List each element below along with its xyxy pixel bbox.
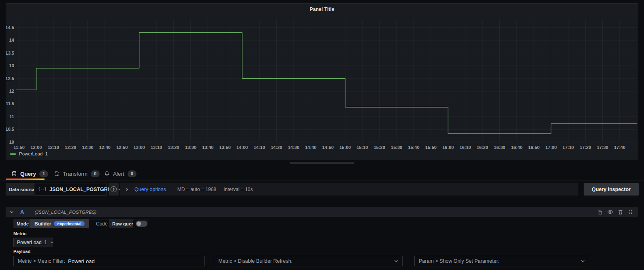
svg-text:17:30: 17:30 bbox=[597, 145, 608, 150]
editor-tabbar: Query 1 Transform 0 Alert 0 bbox=[0, 168, 644, 181]
metric-select[interactable]: PowerLoad_1 bbox=[13, 238, 53, 247]
tab-query-label: Query bbox=[20, 171, 36, 177]
svg-text:17:20: 17:20 bbox=[580, 145, 591, 150]
chevron-right-icon bbox=[125, 187, 129, 191]
query-refid[interactable]: A bbox=[20, 209, 24, 215]
svg-text:14: 14 bbox=[9, 38, 15, 43]
datasource-name: JSON_LOCAL_POSTGRES bbox=[49, 187, 114, 192]
svg-text:13: 13 bbox=[9, 63, 14, 68]
active-tab-underline bbox=[6, 179, 45, 180]
svg-text:12:10: 12:10 bbox=[48, 145, 59, 150]
metric-label: Metric bbox=[13, 231, 26, 236]
chevron-down-icon bbox=[581, 259, 585, 263]
svg-text:12.5: 12.5 bbox=[6, 76, 14, 81]
svg-text:15:10: 15:10 bbox=[356, 145, 368, 150]
tab-query-count: 1 bbox=[39, 170, 48, 177]
payload-field-label: Metric > Disable Builder Refresh: bbox=[218, 258, 292, 264]
legend-item[interactable]: PowerLoad_1 bbox=[10, 151, 48, 156]
svg-text:13:20: 13:20 bbox=[168, 145, 179, 150]
svg-text:15:40: 15:40 bbox=[408, 145, 419, 150]
svg-text:13:10: 13:10 bbox=[151, 145, 162, 150]
metric-selected-value: PowerLoad_1 bbox=[17, 240, 47, 245]
payload-field-metric-filter[interactable]: Metric > Metric Filter: PowerLoad bbox=[13, 256, 205, 266]
svg-text:13:30: 13:30 bbox=[185, 145, 196, 150]
database-icon bbox=[11, 171, 17, 176]
svg-text:12: 12 bbox=[9, 89, 14, 94]
svg-text:15:20: 15:20 bbox=[374, 145, 385, 150]
svg-text:13:00: 13:00 bbox=[134, 145, 145, 150]
mode-segmented-control: Builder Experimental Code bbox=[30, 219, 115, 228]
duplicate-query-icon[interactable] bbox=[597, 209, 603, 215]
datasource-help-button[interactable]: ? bbox=[109, 183, 119, 196]
query-options-section[interactable]: Query options MD = auto = 1968 Interval … bbox=[120, 183, 578, 196]
svg-text:16:10: 16:10 bbox=[460, 145, 471, 150]
query-datasource-hint: (JSON_LOCAL_POSTGRES) bbox=[34, 210, 96, 215]
toggle-track bbox=[136, 221, 147, 227]
legend-series-label: PowerLoad_1 bbox=[19, 151, 48, 156]
svg-text:15:30: 15:30 bbox=[391, 145, 402, 150]
query-options-interval: Interval = 10s bbox=[224, 187, 253, 192]
query-options-label[interactable]: Query options bbox=[134, 187, 166, 192]
transform-icon bbox=[54, 171, 60, 176]
svg-text:11:50: 11:50 bbox=[13, 145, 25, 150]
payload-field-label: Param > Show Only Set Parameter: bbox=[419, 258, 499, 264]
query-inspector-button[interactable]: Query inspector bbox=[584, 183, 639, 196]
svg-text:16:20: 16:20 bbox=[477, 145, 488, 150]
tab-alert[interactable]: Alert 0 bbox=[104, 168, 136, 180]
collapse-chevron-icon[interactable] bbox=[10, 210, 14, 214]
query-row-header: A (JSON_LOCAL_POSTGRES) bbox=[6, 207, 638, 217]
payload-field-disable-builder-refresh[interactable]: Metric > Disable Builder Refresh: bbox=[214, 256, 403, 266]
pane-resize-handle[interactable] bbox=[290, 162, 354, 164]
svg-text:12:30: 12:30 bbox=[82, 145, 93, 150]
svg-text:14:20: 14:20 bbox=[271, 145, 282, 150]
svg-text:16:40: 16:40 bbox=[511, 145, 522, 150]
bell-icon bbox=[104, 171, 110, 176]
query-options-maxdatapoints: MD = auto = 1968 bbox=[177, 187, 216, 192]
legend-series-swatch bbox=[10, 153, 16, 155]
svg-text:10.5: 10.5 bbox=[6, 127, 14, 132]
svg-text:14:00: 14:00 bbox=[237, 145, 248, 150]
mode-builder-button[interactable]: Builder Experimental bbox=[30, 219, 89, 228]
svg-text:12:00: 12:00 bbox=[30, 145, 42, 150]
svg-text:11: 11 bbox=[9, 114, 14, 119]
payload-field-label: Metric > Metric Filter: bbox=[18, 258, 65, 264]
svg-text:14:50: 14:50 bbox=[322, 145, 334, 150]
svg-text:17:10: 17:10 bbox=[563, 145, 574, 150]
chevron-down-icon bbox=[50, 241, 54, 244]
svg-text:17:40: 17:40 bbox=[614, 145, 625, 150]
tab-transform-label: Transform bbox=[63, 171, 87, 177]
svg-text:13:50: 13:50 bbox=[219, 145, 230, 150]
svg-text:12:50: 12:50 bbox=[116, 145, 128, 150]
svg-text:14:30: 14:30 bbox=[288, 145, 299, 150]
svg-text:16:50: 16:50 bbox=[528, 145, 540, 150]
chevron-down-icon bbox=[394, 259, 398, 263]
tab-query[interactable]: Query 1 bbox=[11, 168, 48, 180]
svg-text:14:10: 14:10 bbox=[254, 145, 265, 150]
svg-text:16:30: 16:30 bbox=[494, 145, 505, 150]
tab-transform[interactable]: Transform 0 bbox=[54, 168, 100, 180]
toggle-knob bbox=[136, 221, 141, 226]
svg-text:13:40: 13:40 bbox=[202, 145, 213, 150]
timeseries-panel: Panel Title 1010.51111.51212.51313.51414… bbox=[6, 3, 638, 160]
svg-text:14.5: 14.5 bbox=[6, 25, 14, 30]
svg-text:12:20: 12:20 bbox=[65, 145, 76, 150]
chart-canvas[interactable]: 1010.51111.51212.51313.51414.511:5012:00… bbox=[6, 4, 638, 160]
tab-transform-count: 0 bbox=[91, 170, 100, 177]
tab-alert-count: 0 bbox=[128, 170, 136, 177]
svg-text:12:40: 12:40 bbox=[99, 145, 111, 150]
delete-query-icon[interactable] bbox=[618, 209, 623, 215]
json-datasource-icon: {..} bbox=[38, 187, 46, 191]
drag-handle-icon[interactable] bbox=[628, 209, 633, 215]
payload-label: Payload bbox=[13, 249, 30, 254]
svg-text:15:50: 15:50 bbox=[425, 145, 437, 150]
svg-text:11.5: 11.5 bbox=[6, 101, 14, 106]
datasource-picker[interactable]: {..} JSON_LOCAL_POSTGRES bbox=[34, 183, 107, 196]
svg-text:15:00: 15:00 bbox=[339, 145, 351, 150]
payload-field-show-only-set-parameter[interactable]: Param > Show Only Set Parameter: bbox=[414, 256, 589, 266]
toggle-visibility-icon[interactable] bbox=[607, 209, 613, 215]
svg-text:17:00: 17:00 bbox=[545, 145, 557, 150]
experimental-badge: Experimental bbox=[54, 221, 85, 227]
svg-text:14:40: 14:40 bbox=[305, 145, 316, 150]
raw-query-toggle[interactable] bbox=[133, 219, 150, 228]
help-circle-icon: ? bbox=[111, 186, 117, 192]
